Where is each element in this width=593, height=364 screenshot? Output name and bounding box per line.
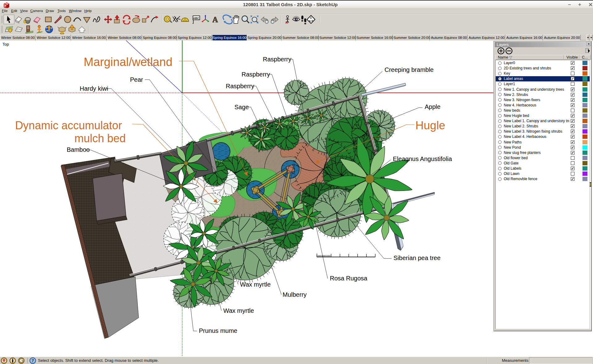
svg-text:Apple: Apple	[425, 103, 440, 110]
svg-text:Wax myrtle: Wax myrtle	[240, 281, 271, 288]
svg-text:Creeping bramble: Creeping bramble	[385, 66, 434, 73]
svg-text:?: ?	[32, 358, 34, 363]
svg-text:Dynamic accumulator: Dynamic accumulator	[15, 119, 122, 132]
svg-text:Sage: Sage	[234, 104, 249, 110]
svg-text:A-S: A-S	[309, 19, 313, 23]
svg-text:Prunus mume: Prunus mume	[199, 327, 238, 334]
svg-text:Wax myrtle: Wax myrtle	[223, 307, 254, 314]
svg-text:Marginal/wetland: Marginal/wetland	[84, 56, 172, 68]
svg-text:Hugle: Hugle	[415, 119, 445, 132]
svg-text:Pear: Pear	[130, 76, 143, 83]
svg-text:Bamboo: Bamboo	[67, 146, 90, 153]
svg-text:Eleagnus Angustifolia: Eleagnus Angustifolia	[393, 155, 452, 162]
svg-text:mulch bed: mulch bed	[74, 132, 126, 145]
svg-text:Raspberry: Raspberry	[226, 83, 254, 89]
svg-text:Hardy kiwi: Hardy kiwi	[80, 85, 108, 92]
svg-text:C: C	[310, 16, 312, 19]
svg-text:Rosa Rugosa: Rosa Rugosa	[330, 275, 368, 282]
svg-text:ABC: ABC	[193, 17, 199, 20]
svg-text:A: A	[212, 15, 218, 24]
svg-text:Mulberry: Mulberry	[283, 291, 307, 298]
svg-text:Raspberry: Raspberry	[263, 56, 291, 63]
svg-text:Siberian pea tree: Siberian pea tree	[393, 254, 440, 261]
svg-text:Raspberry: Raspberry	[242, 71, 270, 78]
